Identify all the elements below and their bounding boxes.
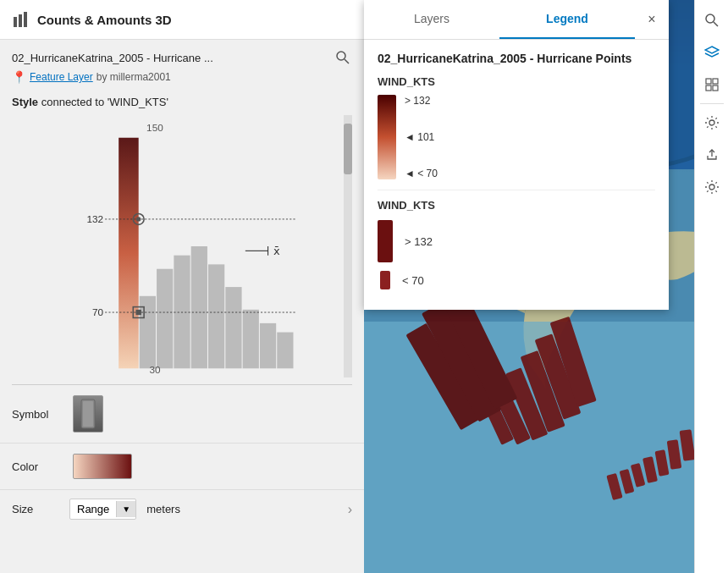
style-connected: connected to 'WIND_KTS' [41, 96, 168, 108]
ramp-label-top: > 132 [405, 95, 438, 107]
ramp-label-mid: ◄ 101 [405, 131, 438, 143]
legend-size-section: WIND_KTS > 132 < 70 [378, 199, 655, 289]
legend-color-ramp: > 132 ◄ 101 ◄ < 70 [378, 95, 655, 179]
svg-rect-2 [24, 12, 27, 27]
close-button[interactable]: × [635, 0, 669, 39]
svg-rect-56 [713, 85, 718, 91]
svg-rect-29 [83, 401, 93, 427]
color-ramp-labels: > 132 ◄ 101 ◄ < 70 [405, 95, 438, 179]
svg-line-4 [345, 59, 349, 63]
color-ramp-bar [378, 95, 396, 179]
legend-color-title: WIND_KTS [378, 75, 655, 88]
scrollbar-thumb[interactable] [344, 124, 352, 174]
svg-rect-6 [119, 138, 139, 369]
pin-icon: 📍 [12, 70, 26, 84]
panel-title: Counts & Amounts 3D [37, 13, 172, 27]
svg-rect-13 [243, 310, 259, 368]
legend-layer-name: 02_HurricaneKatrina_2005 - Hurricane Poi… [378, 52, 655, 65]
svg-text:70: 70 [92, 306, 104, 317]
symbol-label: Symbol [12, 408, 63, 421]
svg-point-57 [709, 120, 714, 125]
legend-size-row-large: > 132 [378, 220, 655, 262]
left-panel: Counts & Amounts 3D 02_HurricaneKatrina_… [0, 0, 364, 573]
color-row: Color [0, 444, 364, 490]
float-tabs: Layers Legend × [364, 0, 669, 40]
settings-toolbar-button[interactable] [697, 107, 727, 138]
toolbar-divider [700, 103, 724, 104]
feature-layer-link[interactable]: Feature Layer [30, 71, 93, 83]
tab-legend[interactable]: Legend [499, 0, 635, 39]
panel-header: Counts & Amounts 3D [0, 0, 364, 40]
right-side: Layers Legend × 02_HurricaneKatrina_2005… [364, 0, 728, 573]
size-dropdown-button[interactable]: ▼ [116, 501, 135, 517]
svg-rect-55 [706, 85, 711, 91]
feature-layer-row: 📍 Feature Layer by millerma2001 [0, 70, 364, 91]
float-panel: Layers Legend × 02_HurricaneKatrina_2005… [364, 0, 669, 310]
svg-rect-9 [174, 256, 190, 369]
svg-rect-15 [277, 333, 293, 369]
ramp-label-bottom: ◄ < 70 [405, 168, 438, 179]
legend-bar-small [380, 271, 390, 289]
legend-divider [378, 190, 655, 190]
symbol-preview[interactable] [73, 395, 103, 433]
legend-size-title: WIND_KTS [378, 199, 655, 212]
svg-marker-52 [705, 47, 719, 53]
svg-rect-14 [260, 323, 276, 368]
by-text: by millerma2001 [97, 71, 171, 83]
layers-toolbar-button[interactable] [697, 37, 727, 68]
svg-rect-10 [191, 246, 207, 368]
size-row: Size Range ▼ meters › [0, 490, 364, 528]
color-label: Color [12, 460, 63, 473]
svg-rect-54 [713, 79, 718, 84]
export-toolbar-button[interactable] [697, 140, 727, 170]
svg-rect-8 [157, 269, 173, 369]
legend-size-row-small: < 70 [378, 271, 655, 289]
svg-text:150: 150 [146, 122, 163, 133]
chart-area: 150 132 [12, 115, 352, 377]
legend-size-label-large: > 132 [405, 235, 433, 248]
search-layer-button[interactable] [334, 48, 352, 67]
layer-row: 02_HurricaneKatrina_2005 - Hurricane ... [0, 40, 364, 70]
search-toolbar-button[interactable] [697, 5, 727, 36]
svg-text:132: 132 [86, 213, 103, 224]
svg-rect-53 [706, 79, 711, 84]
right-toolbar [694, 0, 728, 573]
counts-amounts-icon [12, 10, 30, 29]
scrollbar[interactable] [344, 115, 352, 377]
svg-rect-11 [208, 264, 224, 368]
svg-point-3 [337, 52, 345, 60]
svg-point-19 [136, 217, 141, 221]
config-toolbar-button[interactable] [697, 172, 727, 202]
float-content: 02_HurricaneKatrina_2005 - Hurricane Poi… [364, 40, 669, 310]
size-select-wrap: Range ▼ [69, 499, 136, 520]
svg-text:x̄: x̄ [273, 245, 280, 257]
svg-rect-23 [135, 310, 141, 315]
symbol-row: Symbol [0, 385, 364, 444]
histogram-chart: 150 132 [12, 115, 352, 377]
legend-bar-large [378, 220, 393, 262]
style-bold: Style [12, 96, 38, 108]
size-unit: meters [146, 503, 180, 515]
color-preview[interactable] [73, 454, 132, 479]
svg-rect-1 [19, 14, 22, 27]
svg-point-50 [706, 14, 714, 23]
svg-point-59 [709, 185, 714, 190]
svg-rect-12 [225, 287, 241, 368]
grid-toolbar-button[interactable] [697, 69, 727, 100]
tab-layers[interactable]: Layers [364, 0, 499, 39]
size-value[interactable]: Range [70, 499, 116, 519]
style-row: Style connected to 'WIND_KTS' [0, 91, 364, 112]
layer-name: 02_HurricaneKatrina_2005 - Hurricane ... [12, 52, 328, 64]
legend-size-label-small: < 70 [402, 274, 424, 287]
svg-text:30: 30 [149, 364, 161, 375]
svg-line-51 [714, 22, 718, 26]
size-chevron-icon: › [348, 502, 352, 517]
svg-rect-0 [14, 17, 17, 27]
size-label: Size [12, 503, 63, 515]
